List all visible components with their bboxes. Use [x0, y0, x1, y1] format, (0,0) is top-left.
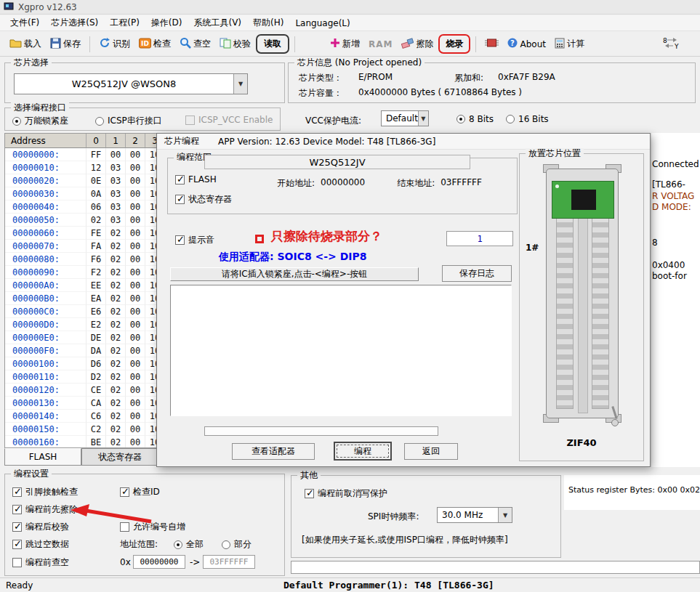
- range-part-option[interactable]: 部分: [222, 538, 252, 551]
- hex-byte-cell[interactable]: 00: [106, 148, 126, 161]
- socket-radio[interactable]: [12, 117, 21, 126]
- hex-byte-cell[interactable]: BE: [87, 436, 106, 448]
- hex-address-cell[interactable]: 00000060:: [5, 227, 87, 240]
- spi-clock-combobox[interactable]: 30.0 MHz ▼: [437, 507, 512, 523]
- hex-address-cell[interactable]: 00000150:: [5, 423, 87, 436]
- hex-address-cell[interactable]: 00000030:: [5, 187, 87, 200]
- verify-button[interactable]: 校验: [216, 36, 254, 53]
- bottom-edit-strip[interactable]: [291, 561, 700, 574]
- hex-byte-cell[interactable]: 02: [106, 357, 126, 370]
- save-log-button[interactable]: 保存日志: [442, 265, 512, 282]
- hex-byte-cell[interactable]: 02: [106, 279, 126, 292]
- hex-byte-cell[interactable]: EA: [87, 292, 106, 305]
- hex-byte-cell[interactable]: 00: [126, 357, 145, 370]
- hex-byte-cell[interactable]: 03: [106, 187, 126, 200]
- hex-address-cell[interactable]: 000000F0:: [5, 344, 87, 357]
- hex-byte-cell[interactable]: EE: [87, 279, 106, 292]
- hex-address-cell[interactable]: 00000010:: [5, 161, 87, 174]
- dialog-log-list[interactable]: [170, 285, 512, 416]
- chevron-down-icon[interactable]: ▼: [233, 74, 247, 94]
- bits8-radio[interactable]: [456, 115, 465, 123]
- hex-byte-cell[interactable]: 00: [126, 423, 145, 436]
- hex-address-cell[interactable]: 00000000:: [5, 148, 87, 161]
- hex-byte-cell[interactable]: 02: [106, 410, 126, 423]
- hex-byte-cell[interactable]: 02: [106, 240, 126, 253]
- hex-byte-cell[interactable]: 02: [106, 397, 126, 410]
- hex-byte-cell[interactable]: 02: [106, 331, 126, 344]
- tab-status-register[interactable]: 状态寄存器: [81, 448, 158, 466]
- hex-byte-cell[interactable]: 02: [106, 318, 126, 331]
- bits16-radio[interactable]: [506, 115, 515, 123]
- blank-before-checkbox[interactable]: [12, 558, 22, 567]
- ram-button[interactable]: RAM: [365, 37, 396, 52]
- hex-byte-cell[interactable]: 03: [106, 174, 126, 187]
- vcc-current-combobox[interactable]: Default ▼: [381, 110, 429, 126]
- erase-button[interactable]: 擦除: [398, 36, 437, 53]
- hex-byte-cell[interactable]: 03: [106, 200, 126, 214]
- dialog-title-bar[interactable]: 芯片编程 APP Version: 12.63 Device Model: T4…: [157, 134, 650, 150]
- hex-address-cell[interactable]: 00000120:: [5, 384, 87, 397]
- hex-byte-cell[interactable]: 00: [126, 436, 145, 448]
- menu-item[interactable]: 帮助(H): [247, 15, 289, 31]
- hex-byte-cell[interactable]: 00: [126, 344, 145, 357]
- tab-flash[interactable]: FLASH: [4, 448, 81, 466]
- add-button[interactable]: 新增: [326, 36, 363, 52]
- hex-address-cell[interactable]: 000000B0:: [5, 292, 87, 305]
- verify-after-option[interactable]: 编程后校验: [12, 521, 69, 533]
- hex-address-cell[interactable]: 000000C0:: [5, 305, 87, 318]
- hex-byte-cell[interactable]: 02: [106, 266, 126, 279]
- hex-byte-cell[interactable]: FE: [87, 227, 106, 240]
- hex-byte-cell[interactable]: E6: [87, 305, 106, 318]
- dialog-program-button[interactable]: 编程: [334, 442, 392, 461]
- hex-byte-cell[interactable]: DA: [87, 344, 106, 357]
- return-button[interactable]: 返回: [404, 443, 458, 460]
- bits16-radio-option[interactable]: 16 Bits: [506, 114, 549, 124]
- hex-byte-cell[interactable]: 02: [106, 423, 126, 436]
- unprotect-checkbox[interactable]: [305, 489, 314, 498]
- hex-byte-cell[interactable]: 12: [87, 161, 106, 174]
- hex-byte-cell[interactable]: 00: [126, 305, 145, 318]
- menu-item[interactable]: Language(L): [289, 16, 355, 31]
- hex-address-cell[interactable]: 00000110:: [5, 370, 87, 384]
- program-button[interactable]: 烧录: [438, 34, 470, 54]
- hex-byte-cell[interactable]: F6: [87, 253, 106, 266]
- range-start-field[interactable]: 00000000: [133, 555, 185, 569]
- chip-select-combobox[interactable]: W25Q512JV @WSON8 ▼: [14, 73, 248, 94]
- hex-byte-cell[interactable]: 00: [126, 370, 145, 384]
- read-button[interactable]: 读取: [256, 34, 289, 54]
- hex-byte-cell[interactable]: 00: [126, 174, 145, 187]
- hex-byte-cell[interactable]: FA: [87, 240, 106, 253]
- hex-address-cell[interactable]: 00000140:: [5, 410, 87, 423]
- hex-byte-cell[interactable]: D6: [87, 357, 106, 370]
- range-all-option[interactable]: 全部: [174, 538, 204, 551]
- chevron-down-icon[interactable]: ▼: [418, 111, 428, 126]
- bits8-radio-option[interactable]: 8 Bits: [456, 114, 494, 124]
- menu-item[interactable]: 工程(P): [104, 15, 145, 31]
- hex-byte-cell[interactable]: 03: [106, 161, 126, 174]
- hex-byte-cell[interactable]: 00: [126, 410, 145, 423]
- hex-byte-cell[interactable]: 00: [126, 187, 145, 200]
- verify-after-checkbox[interactable]: [12, 522, 22, 532]
- hex-byte-cell[interactable]: CA: [87, 397, 106, 410]
- menu-item[interactable]: 芯片选择(S): [45, 15, 104, 31]
- save-button[interactable]: 保存: [47, 36, 84, 53]
- hex-address-cell[interactable]: 00000050:: [5, 214, 87, 227]
- icsp-radio[interactable]: [95, 117, 104, 126]
- hex-byte-cell[interactable]: 02: [87, 214, 106, 227]
- hex-byte-cell[interactable]: 00: [126, 161, 145, 174]
- range-part-radio[interactable]: [222, 540, 230, 549]
- hex-address-cell[interactable]: 00000090:: [5, 266, 87, 279]
- hex-byte-cell[interactable]: 00: [126, 397, 145, 410]
- hex-address-cell[interactable]: 00000070:: [5, 240, 87, 253]
- icsp-radio-option[interactable]: ICSP串行接口: [95, 115, 162, 127]
- menu-item[interactable]: 系统工具(V): [188, 15, 247, 31]
- hex-byte-cell[interactable]: CE: [87, 384, 106, 397]
- hex-byte-cell[interactable]: E2: [87, 318, 106, 331]
- hex-byte-cell[interactable]: 02: [106, 292, 126, 305]
- hex-byte-cell[interactable]: 00: [126, 292, 145, 305]
- check-id-option[interactable]: 检查ID: [120, 486, 160, 498]
- hex-byte-cell[interactable]: 00: [126, 253, 145, 266]
- hex-address-cell[interactable]: 000000D0:: [5, 318, 87, 331]
- hex-address-cell[interactable]: 00000130:: [5, 397, 87, 410]
- hex-byte-cell[interactable]: 02: [106, 305, 126, 318]
